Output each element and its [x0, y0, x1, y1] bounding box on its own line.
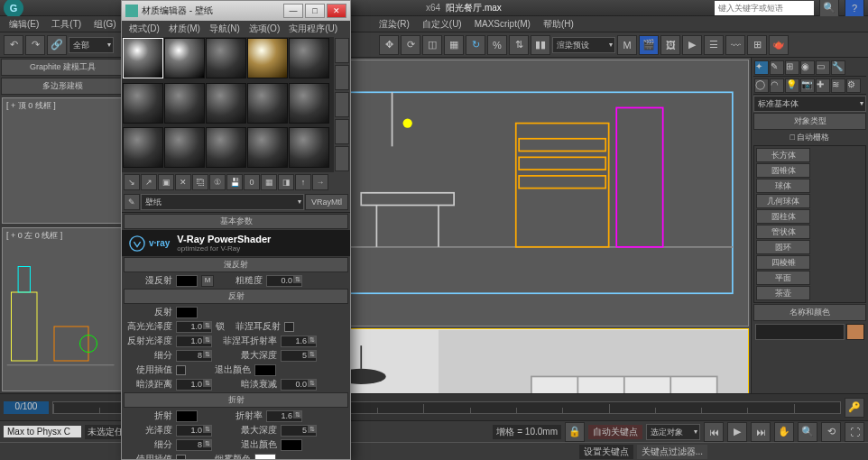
refr-max-depth-spinner[interactable]: 5 [281, 425, 317, 437]
ior-spinner[interactable]: 1.6 [266, 410, 302, 422]
go-sibling-icon[interactable]: → [312, 174, 328, 190]
dlg-menu-material[interactable]: 材质(M) [165, 22, 204, 36]
dim-dist-spinner[interactable]: 1.0 [176, 379, 212, 391]
hierarchy-tab-icon[interactable]: ⊞ [785, 60, 799, 75]
bg-icon[interactable] [335, 92, 349, 117]
teapot-render-icon[interactable]: 🫖 [769, 35, 789, 55]
minimize-button[interactable]: — [283, 4, 303, 18]
helpers-icon[interactable]: ✚ [816, 78, 830, 93]
search-field[interactable] [715, 1, 814, 15]
redo-icon[interactable]: ↷ [25, 35, 45, 55]
polymodel-header[interactable]: 多边形建模 [1, 78, 125, 95]
object-type-header[interactable]: 对象类型 [753, 113, 866, 130]
sample-slot-14[interactable] [247, 127, 288, 168]
move-icon[interactable]: ✥ [379, 35, 399, 55]
refr-use-interp-check[interactable] [176, 455, 186, 460]
btn-tube[interactable]: 管状体 [756, 225, 810, 239]
graphite-header[interactable]: Graphite 建模工具 [1, 59, 125, 76]
backlight-icon[interactable] [335, 65, 349, 90]
btn-plane[interactable]: 平面 [756, 271, 810, 285]
curve-editor-icon[interactable]: 〰 [725, 35, 745, 55]
sample-slot-4[interactable] [247, 38, 288, 78]
utilities-tab-icon[interactable]: 🔧 [831, 60, 845, 75]
roughness-spinner[interactable]: 0.0 [266, 275, 302, 287]
modify-tab-icon[interactable]: ✎ [770, 60, 784, 75]
max-depth-spinner[interactable]: 5 [281, 350, 317, 362]
mini-viewport-left[interactable]: [ + 0 左 0 线框 ] [2, 227, 124, 391]
sample-slot-12[interactable] [164, 127, 205, 168]
sample-slot-1[interactable] [123, 38, 163, 78]
layer-icon[interactable]: ☰ [704, 35, 724, 55]
render-preset-dropdown[interactable]: 渲染预设 [552, 37, 615, 53]
sample-slot-9[interactable] [247, 83, 288, 124]
create-tab-icon[interactable]: ✦ [754, 60, 769, 75]
undo-icon[interactable]: ↶ [4, 35, 23, 55]
rollout-basic-params[interactable]: 基本参数 [124, 214, 348, 229]
show-end-icon[interactable]: ◨ [278, 174, 294, 190]
dialog-titlebar[interactable]: 材质编辑器 - 壁纸 — □ ✕ [122, 1, 350, 21]
lights-icon[interactable]: 💡 [785, 78, 799, 93]
mat-editor-icon[interactable]: M [617, 35, 637, 55]
diffuse-map-button[interactable]: M [201, 275, 214, 287]
render-frame-icon[interactable]: 🖼 [660, 35, 680, 55]
btn-sphere[interactable]: 球体 [756, 179, 810, 193]
mtl-name-field[interactable]: 壁纸 [141, 194, 304, 210]
refr-subdivs-spinner[interactable]: 8 [176, 439, 212, 451]
btn-teapot[interactable]: 茶壶 [756, 286, 810, 300]
dlg-menu-mode[interactable]: 模式(D) [125, 22, 163, 36]
menu-render[interactable]: 渲染(R) [374, 17, 415, 32]
btn-cone[interactable]: 圆锥体 [756, 163, 810, 178]
sample-slot-3[interactable] [206, 38, 246, 78]
lock-gloss-icon[interactable]: 锁 [216, 320, 223, 333]
snap-icon[interactable]: ▦ [444, 35, 464, 55]
btn-torus[interactable]: 圆环 [756, 240, 810, 254]
close-button[interactable]: ✕ [327, 4, 346, 18]
show-map-icon[interactable]: ▦ [261, 174, 277, 190]
go-parent-icon[interactable]: ↑ [295, 174, 311, 190]
key-filter-dropdown[interactable]: 选定对象 [646, 424, 700, 440]
sample-slot-11[interactable] [123, 127, 163, 168]
max-viewport-icon[interactable]: ⛶ [845, 422, 864, 442]
sample-slot-5[interactable] [289, 38, 329, 78]
fog-color-swatch[interactable] [254, 454, 276, 460]
object-name-field[interactable] [755, 324, 845, 340]
quick-render-icon[interactable]: ▶ [682, 35, 702, 55]
refract-swatch[interactable] [176, 410, 198, 422]
btn-box[interactable]: 长方体 [756, 148, 810, 162]
assign-mtl-icon[interactable]: ▣ [158, 174, 174, 190]
mini-viewport-top[interactable]: [ + 顶 0 线框 ] [2, 97, 124, 224]
put-mtl-icon[interactable]: ↗ [141, 174, 157, 190]
key-mode-icon[interactable]: 🔑 [845, 398, 864, 418]
hilight-gloss-spinner[interactable]: 1.0 [176, 321, 212, 333]
dlg-menu-options[interactable]: 选项(O) [245, 22, 283, 36]
menu-maxscript[interactable]: MAXScript(M) [469, 18, 536, 30]
exit-color-swatch[interactable] [254, 364, 276, 376]
refl-gloss-spinner[interactable]: 1.0 [176, 336, 212, 347]
dlg-menu-nav[interactable]: 导航(N) [206, 22, 244, 36]
use-interp-check[interactable] [176, 365, 186, 375]
angle-snap-icon[interactable]: ↻ [466, 35, 485, 55]
pick-from-obj-icon[interactable]: ✎ [124, 194, 140, 210]
percent-snap-icon[interactable]: % [487, 35, 507, 55]
selection-filter[interactable]: 全部 [69, 37, 114, 53]
geom-icon[interactable]: ◯ [754, 78, 769, 93]
set-key-button[interactable]: 设置关键点 [579, 445, 633, 459]
mtl-type-button[interactable]: VRayMtl [305, 194, 348, 210]
sample-slot-10[interactable] [289, 83, 329, 124]
primitive-dropdown[interactable]: 标准基本体 [753, 96, 866, 112]
sample-slot-8[interactable] [206, 83, 246, 124]
spinner-snap-icon[interactable]: ⇅ [509, 35, 529, 55]
sample-slot-13[interactable] [206, 127, 246, 168]
sample-type-icon[interactable] [335, 38, 349, 63]
systems-icon[interactable]: ⚙ [846, 78, 861, 93]
diffuse-swatch[interactable] [176, 275, 198, 287]
make-unique-icon[interactable]: ① [209, 174, 226, 190]
dlg-menu-util[interactable]: 实用程序(U) [285, 22, 341, 36]
sample-slot-7[interactable] [164, 83, 205, 124]
key-filter-button[interactable]: 关键点过滤器... [637, 445, 707, 459]
app-logo[interactable]: G [4, 0, 23, 18]
search-go-icon[interactable]: 🔍 [819, 0, 839, 18]
scale-icon[interactable]: ◫ [422, 35, 442, 55]
motion-tab-icon[interactable]: ◉ [800, 60, 815, 75]
auto-key-button[interactable]: 自动关键点 [588, 425, 642, 439]
